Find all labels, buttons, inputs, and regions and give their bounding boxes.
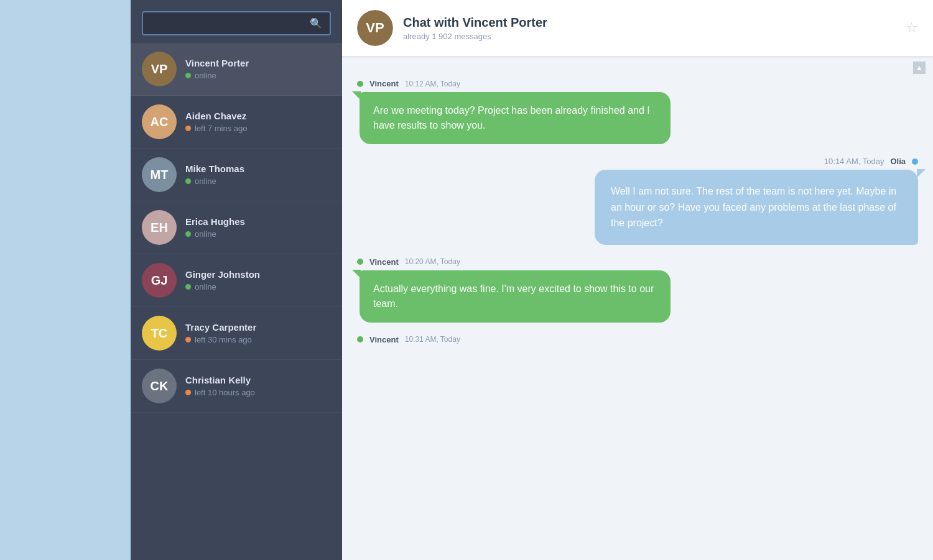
bubble-text-3: Actually everything was fine. I'm very e… — [373, 283, 654, 309]
search-box[interactable]: 🔍 — [142, 11, 331, 35]
contact-name-aiden-chavez: Aiden Chavez — [185, 111, 248, 121]
contacts-list: VPVincent PorteronlineACAiden Chavezleft… — [131, 43, 342, 560]
chat-subtitle: already 1 902 messages — [403, 32, 906, 41]
avatar-aiden-chavez: AC — [142, 104, 177, 139]
search-icon: 🔍 — [310, 17, 322, 29]
contact-item-ginger-johnston[interactable]: GJGinger Johnstononline — [131, 254, 342, 307]
status-label-christian-kelly: left 10 hours ago — [195, 388, 255, 397]
sender-time-3: 10:20 AM, Today — [405, 257, 460, 266]
left-background — [0, 0, 131, 560]
contact-item-christian-kelly[interactable]: CKChristian Kellyleft 10 hours ago — [131, 360, 342, 413]
sender-time-1: 10:12 AM, Today — [405, 80, 460, 88]
avatar-wrap-aiden-chavez: AC — [142, 104, 177, 139]
chat-header-avatar-circle: VP — [357, 10, 393, 46]
avatar-wrap-christian-kelly: CK — [142, 369, 177, 403]
avatar-erica-hughes: EH — [142, 210, 177, 245]
avatar-mike-thomas: MT — [142, 157, 177, 192]
chat-header-avatar: VP — [357, 10, 393, 46]
contact-info-tracy-carpenter: Tracy Carpenterleft 30 mins ago — [185, 322, 256, 344]
status-label-aiden-chavez: left 7 mins ago — [195, 124, 248, 133]
sender-dot-1 — [357, 81, 363, 87]
chat-header-info: Chat with Vincent Porter already 1 902 m… — [403, 16, 906, 41]
contact-name-vincent-porter: Vincent Porter — [185, 58, 249, 68]
bubble-blue-1: Well I am not sure. The rest of the team… — [595, 170, 918, 245]
status-dot-mike-thomas — [185, 178, 191, 184]
contact-status-ginger-johnston: online — [185, 282, 260, 291]
avatar-wrap-vincent-porter: VP — [142, 52, 177, 86]
status-label-tracy-carpenter: left 30 mins ago — [195, 335, 252, 344]
avatar-wrap-erica-hughes: EH — [142, 210, 177, 245]
sender-dot-4 — [357, 336, 363, 342]
avatar-vincent-porter: VP — [142, 52, 177, 86]
sender-name-3: Vincent — [369, 257, 399, 267]
avatar-wrap-ginger-johnston: GJ — [142, 263, 177, 298]
contact-status-erica-hughes: online — [185, 229, 245, 239]
status-dot-vincent-porter — [185, 73, 191, 78]
contact-name-christian-kelly: Christian Kelly — [185, 375, 255, 385]
bubble-text-1: Are we meeting today? Project has been a… — [373, 105, 650, 131]
contact-item-aiden-chavez[interactable]: ACAiden Chavezleft 7 mins ago — [131, 96, 342, 149]
contact-info-vincent-porter: Vincent Porteronline — [185, 58, 249, 80]
star-icon[interactable]: ☆ — [906, 20, 918, 36]
contact-item-vincent-porter[interactable]: VPVincent Porteronline — [131, 43, 342, 96]
contact-name-ginger-johnston: Ginger Johnston — [185, 269, 260, 280]
status-dot-aiden-chavez — [185, 126, 191, 131]
contact-info-ginger-johnston: Ginger Johnstononline — [185, 269, 260, 291]
sender-time-4: 10:31 AM, Today — [405, 335, 460, 344]
contact-info-mike-thomas: Mike Thomasonline — [185, 163, 244, 186]
status-dot-tracy-carpenter — [185, 337, 191, 342]
message-group-3: Vincent 10:20 AM, Today Actually everyth… — [357, 257, 918, 323]
sender-line-4: Vincent 10:31 AM, Today — [357, 335, 918, 344]
sender-name-1: Vincent — [369, 79, 399, 88]
status-label-vincent-porter: online — [195, 71, 216, 80]
status-dot-ginger-johnston — [185, 284, 191, 290]
avatar-wrap-tracy-carpenter: TC — [142, 316, 177, 351]
olia-time: 10:14 AM, Today — [824, 157, 884, 166]
bubble-text-2: Well I am not sure. The rest of the team… — [611, 186, 896, 228]
contact-info-christian-kelly: Christian Kellyleft 10 hours ago — [185, 375, 255, 397]
chat-title: Chat with Vincent Porter — [403, 16, 906, 30]
contact-status-christian-kelly: left 10 hours ago — [185, 388, 255, 397]
contact-item-erica-hughes[interactable]: EHErica Hughesonline — [131, 201, 342, 254]
status-label-ginger-johnston: online — [195, 282, 216, 291]
chat-header: VP Chat with Vincent Porter already 1 90… — [342, 0, 933, 57]
chat-area: VP Chat with Vincent Porter already 1 90… — [342, 0, 933, 560]
olia-time-line: 10:14 AM, Today Olia — [824, 157, 918, 166]
status-label-mike-thomas: online — [195, 177, 216, 186]
scroll-top-button[interactable]: ▲ — [913, 62, 926, 74]
sender-line-1: Vincent 10:12 AM, Today — [357, 79, 918, 88]
contact-name-tracy-carpenter: Tracy Carpenter — [185, 322, 256, 333]
status-label-erica-hughes: online — [195, 229, 216, 239]
avatar-tracy-carpenter: TC — [142, 316, 177, 351]
bubble-green-3: Actually everything was fine. I'm very e… — [360, 270, 671, 323]
search-input[interactable] — [151, 19, 310, 29]
contact-item-mike-thomas[interactable]: MTMike Thomasonline — [131, 149, 342, 201]
avatar-ginger-johnston: GJ — [142, 263, 177, 298]
message-group-1: Vincent 10:12 AM, Today Are we meeting t… — [357, 79, 918, 144]
olia-dot — [912, 158, 918, 165]
message-group-4: Vincent 10:31 AM, Today — [357, 335, 918, 344]
contact-info-aiden-chavez: Aiden Chavezleft 7 mins ago — [185, 111, 248, 133]
contact-status-vincent-porter: online — [185, 71, 249, 80]
avatar-christian-kelly: CK — [142, 369, 177, 403]
contact-status-mike-thomas: online — [185, 177, 244, 186]
olia-name: Olia — [890, 157, 906, 166]
sender-dot-3 — [357, 259, 363, 265]
contact-name-erica-hughes: Erica Hughes — [185, 216, 245, 227]
avatar-wrap-mike-thomas: MT — [142, 157, 177, 192]
contact-name-mike-thomas: Mike Thomas — [185, 163, 244, 174]
search-container: 🔍 — [131, 0, 342, 43]
sender-name-4: Vincent — [369, 335, 399, 344]
status-dot-erica-hughes — [185, 231, 191, 237]
contact-info-erica-hughes: Erica Hughesonline — [185, 216, 245, 239]
sender-line-3: Vincent 10:20 AM, Today — [357, 257, 918, 267]
status-dot-christian-kelly — [185, 390, 191, 395]
contact-status-tracy-carpenter: left 30 mins ago — [185, 335, 256, 344]
sidebar: 🔍 VPVincent PorteronlineACAiden Chavezle… — [131, 0, 342, 560]
contact-item-tracy-carpenter[interactable]: TCTracy Carpenterleft 30 mins ago — [131, 307, 342, 360]
messages-area[interactable]: ▲ Vincent 10:12 AM, Today Are we meeting… — [342, 57, 933, 560]
bubble-green-1: Are we meeting today? Project has been a… — [360, 92, 671, 144]
contact-status-aiden-chavez: left 7 mins ago — [185, 124, 248, 133]
message-group-2: 10:14 AM, Today Olia Well I am not sure.… — [357, 157, 918, 245]
